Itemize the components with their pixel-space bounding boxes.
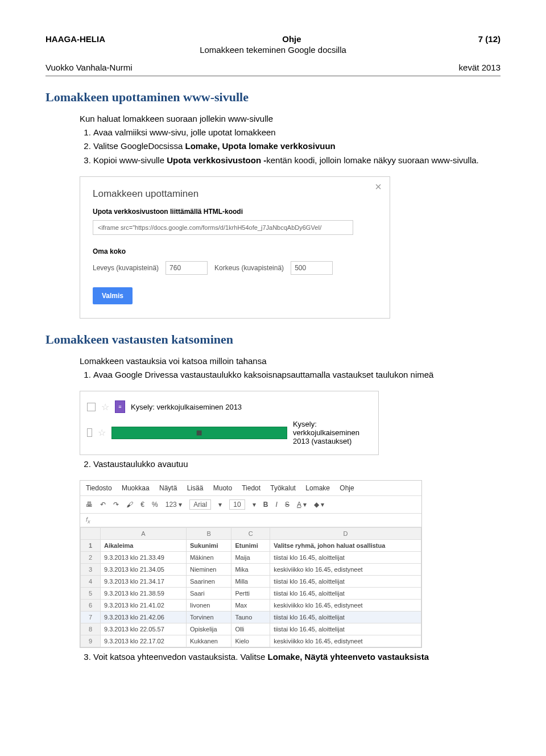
spreadsheet-figure: Tiedosto Muokkaa Näytä Lisää Muoto Tiedo… bbox=[80, 480, 422, 648]
row-header[interactable]: 2 bbox=[81, 552, 101, 564]
cell[interactable]: tiistai klo 16.45, aloittelijat bbox=[270, 552, 421, 564]
menu-insert[interactable]: Lisää bbox=[187, 484, 204, 492]
cell[interactable]: Saari bbox=[186, 588, 231, 600]
cell[interactable]: keskiviikko klo 16.45, edistyneet bbox=[270, 635, 421, 647]
italic-button[interactable]: I bbox=[276, 501, 278, 509]
menu-view[interactable]: Näytä bbox=[159, 484, 177, 492]
menu-file[interactable]: Tiedosto bbox=[86, 484, 112, 492]
bold-button[interactable]: B bbox=[263, 501, 268, 509]
done-button[interactable]: Valmis bbox=[93, 287, 133, 304]
cell[interactable]: Aikaleima bbox=[101, 540, 187, 552]
currency-icon[interactable]: € bbox=[140, 501, 144, 509]
checkbox-icon[interactable] bbox=[87, 428, 92, 437]
cell[interactable]: 9.3.2013 klo 21.41.02 bbox=[101, 600, 187, 612]
menu-tools[interactable]: Työkalut bbox=[270, 484, 296, 492]
step-summary: Voit katsoa yhteenvedon vastauksista. Va… bbox=[93, 651, 483, 663]
cell[interactable]: Etunimi bbox=[231, 540, 270, 552]
undo-icon[interactable]: ↶ bbox=[100, 501, 106, 509]
cell[interactable]: Sukunimi bbox=[186, 540, 231, 552]
cell[interactable]: Tauno bbox=[231, 612, 270, 623]
number-format-button[interactable]: 123 ▾ bbox=[166, 501, 182, 509]
row-header[interactable]: 4 bbox=[81, 576, 101, 588]
embed-code-input[interactable]: <iframe src="https://docs.google.com/for… bbox=[93, 220, 353, 235]
cell[interactable]: Pertti bbox=[231, 588, 270, 600]
cell[interactable]: 9.3.2013 klo 21.34.17 bbox=[101, 576, 187, 588]
menu-form[interactable]: Lomake bbox=[305, 484, 330, 492]
close-icon[interactable]: × bbox=[375, 180, 382, 193]
row-header[interactable]: 9 bbox=[81, 635, 101, 647]
sheet-icon: ▦ bbox=[111, 427, 287, 439]
menu-data[interactable]: Tiedot bbox=[242, 484, 260, 492]
cell[interactable]: Maija bbox=[231, 552, 270, 564]
col-header-B[interactable]: B bbox=[186, 528, 231, 540]
heading-embed-form: Lomakkeen upottaminen www-sivulle bbox=[46, 90, 500, 105]
step-open-drive: Avaa Google Drivessa vastaustaulukko kak… bbox=[93, 369, 483, 381]
cell[interactable]: Nieminen bbox=[186, 564, 231, 576]
step-sheet-opens: Vastaustaulukko avautuu bbox=[93, 458, 483, 470]
row-header[interactable]: 3 bbox=[81, 564, 101, 576]
width-input[interactable]: 760 bbox=[166, 261, 208, 275]
redo-icon[interactable]: ↷ bbox=[113, 501, 119, 509]
corner-cell[interactable] bbox=[81, 528, 101, 540]
percent-icon[interactable]: % bbox=[152, 501, 158, 509]
paint-icon[interactable]: 🖌 bbox=[126, 501, 133, 509]
cell[interactable]: Valitse ryhmä, johon haluat osallistua bbox=[270, 540, 421, 552]
spreadsheet-grid[interactable]: A B C D 1 Aikaleima Sukunimi Etunimi Val… bbox=[80, 527, 421, 647]
col-header-A[interactable]: A bbox=[101, 528, 187, 540]
strike-button[interactable]: S bbox=[285, 501, 289, 509]
star-icon[interactable]: ☆ bbox=[98, 427, 106, 438]
print-icon[interactable]: 🖶 bbox=[86, 501, 93, 509]
cell[interactable]: 9.3.2013 klo 21.38.59 bbox=[101, 588, 187, 600]
col-header-D[interactable]: D bbox=[270, 528, 421, 540]
header-doc-subtitle: Lomakkeen tekeminen Google docsilla bbox=[46, 45, 500, 55]
menu-format[interactable]: Muoto bbox=[213, 484, 232, 492]
width-label: Leveys (kuvapisteinä) bbox=[93, 264, 159, 272]
cell[interactable]: keskiviikko klo 16.45, edistyneet bbox=[270, 600, 421, 612]
cell[interactable]: Opiskelija bbox=[186, 623, 231, 635]
drive-item-form[interactable]: ☆ ≡ Kysely: verkkojulkaiseminen 2013 bbox=[87, 397, 371, 416]
drive-item-label: Kysely: verkkojulkaiseminen 2013 bbox=[131, 403, 242, 411]
text-color-button[interactable]: A ▾ bbox=[297, 501, 307, 509]
cell[interactable]: Saarinen bbox=[186, 576, 231, 588]
row-header[interactable]: 1 bbox=[81, 540, 101, 552]
cell[interactable]: 9.3.2013 klo 22.17.02 bbox=[101, 635, 187, 647]
menu-help[interactable]: Ohje bbox=[340, 484, 354, 492]
cell[interactable]: Iivonen bbox=[186, 600, 231, 612]
cell[interactable]: Kukkanen bbox=[186, 635, 231, 647]
fill-color-icon[interactable]: ◆ ▾ bbox=[314, 501, 324, 509]
cell[interactable]: tiistai klo 16.45, aloittelijat bbox=[270, 623, 421, 635]
font-select[interactable]: Arial bbox=[189, 499, 211, 510]
menu-edit[interactable]: Muokkaa bbox=[122, 484, 150, 492]
cell[interactable]: tiistai klo 16.45, aloittelijat bbox=[270, 612, 421, 623]
cell[interactable]: 9.3.2013 klo 21.34.05 bbox=[101, 564, 187, 576]
drive-list-figure: ☆ ≡ Kysely: verkkojulkaiseminen 2013 ☆ ▦… bbox=[80, 391, 379, 455]
cell[interactable]: 9.3.2013 klo 21.33.49 bbox=[101, 552, 187, 564]
row-header[interactable]: 8 bbox=[81, 623, 101, 635]
cell[interactable]: 9.3.2013 klo 21.42.06 bbox=[101, 612, 187, 623]
drive-item-responses[interactable]: ☆ ▦ Kysely: verkkojulkaiseminen 2013 (va… bbox=[87, 416, 371, 449]
row-header[interactable]: 5 bbox=[81, 588, 101, 600]
cell[interactable]: keskiviikko klo 16.45, edistyneet bbox=[270, 564, 421, 576]
cell[interactable]: Milla bbox=[231, 576, 270, 588]
cell[interactable]: Kielo bbox=[231, 635, 270, 647]
cell[interactable]: 9.3.2013 klo 22.05.57 bbox=[101, 623, 187, 635]
col-header-C[interactable]: C bbox=[231, 528, 270, 540]
row-header[interactable]: 7 bbox=[81, 612, 101, 623]
height-input[interactable]: 500 bbox=[291, 261, 333, 275]
font-size-select[interactable]: 10 bbox=[229, 499, 245, 510]
cell[interactable]: Olli bbox=[231, 623, 270, 635]
star-icon[interactable]: ☆ bbox=[101, 402, 109, 412]
cell[interactable]: tiistai klo 16.45, aloittelijat bbox=[270, 576, 421, 588]
header-institution: HAAGA-HELIA bbox=[46, 34, 105, 44]
cell[interactable]: Mäkinen bbox=[186, 552, 231, 564]
caret-down-icon[interactable]: ▾ bbox=[253, 501, 256, 509]
cell[interactable]: Max bbox=[231, 600, 270, 612]
cell[interactable]: Torvinen bbox=[186, 612, 231, 623]
cell[interactable]: Mika bbox=[231, 564, 270, 576]
cell[interactable]: tiistai klo 16.45, aloittelijat bbox=[270, 588, 421, 600]
form-icon: ≡ bbox=[115, 400, 125, 413]
checkbox-icon[interactable] bbox=[87, 403, 96, 411]
caret-down-icon[interactable]: ▾ bbox=[218, 501, 222, 509]
step-open-page: Avaa valmiiksi www-sivu, jolle upotat lo… bbox=[93, 127, 483, 138]
row-header[interactable]: 6 bbox=[81, 600, 101, 612]
